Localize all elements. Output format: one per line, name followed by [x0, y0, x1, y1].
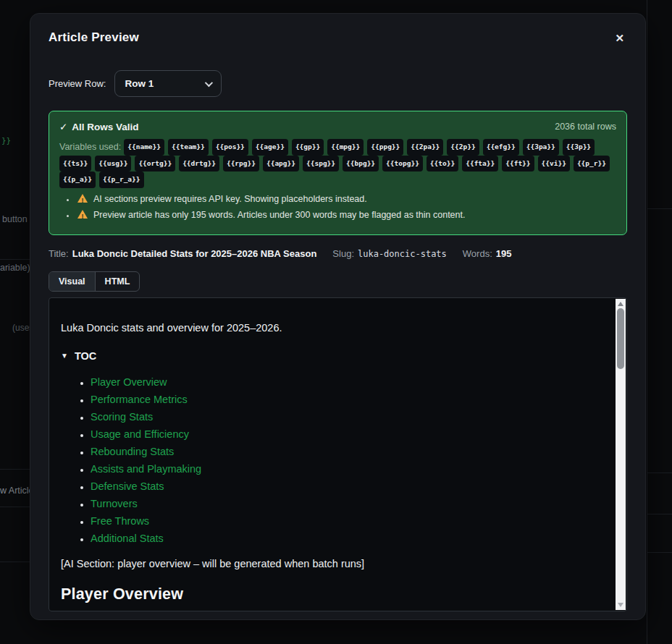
- divider-line: [0, 562, 30, 562]
- variable-chip: {{rpg}}: [223, 156, 259, 172]
- slug-label: Slug:: [332, 248, 354, 259]
- variable-chip: {{ppg}}: [367, 139, 403, 156]
- variable-chip: {{team}}: [168, 139, 209, 156]
- toc-link[interactable]: Turnovers: [91, 498, 138, 509]
- variable-chip: {{mpg}}: [327, 139, 364, 156]
- toc-link[interactable]: Additional Stats: [91, 533, 164, 544]
- divider-line: [647, 0, 647, 644]
- list-item: Rebounding Stats: [91, 443, 602, 460]
- validation-header: ✓All Rows Valid 2036 total rows: [59, 120, 616, 133]
- word-count: 195: [496, 248, 512, 259]
- toc-link[interactable]: Scoring Stats: [91, 411, 153, 423]
- preview-row-select[interactable]: Row 1: [114, 70, 222, 97]
- variable-chip: {{age}}: [252, 139, 288, 156]
- modal-header: Article Preview ✕: [49, 30, 627, 46]
- variable-chip: {{efg}}: [483, 139, 519, 156]
- variables-used: Variables used:{{name}}{{team}}{{pos}}{{…: [59, 139, 616, 188]
- variable-chip: {{to}}: [427, 156, 458, 172]
- variable-chip: {{vi}}: [538, 156, 570, 172]
- modal-title: Article Preview: [49, 30, 139, 45]
- variable-chip: {{usg}}: [95, 156, 131, 172]
- list-item: Free Throws: [91, 512, 602, 530]
- background-fragment: w Article: [0, 486, 34, 496]
- variable-chip: {{fta}}: [462, 156, 498, 172]
- warning-text: Preview article has only 195 words. Arti…: [93, 210, 465, 220]
- warning-item: Preview article has only 195 words. Arti…: [76, 210, 616, 221]
- caret-down-icon: ▼: [61, 352, 68, 360]
- variable-chip: {{apg}}: [263, 156, 299, 172]
- variable-chip: {{drtg}}: [179, 156, 219, 172]
- divider-line: [0, 507, 30, 507]
- variable-chip: {{2pa}}: [407, 139, 443, 156]
- variable-chip: {{2p}}: [447, 139, 479, 156]
- ai-section-placeholder: [AI Section: player overview – will be g…: [61, 558, 602, 569]
- toc-link[interactable]: Player Overview: [91, 376, 167, 388]
- chevron-down-icon: [205, 78, 213, 86]
- list-item: Player Overview: [91, 373, 602, 391]
- toc-link[interactable]: Assists and Playmaking: [91, 463, 201, 475]
- variable-chip: {{p_r_a}}: [99, 171, 143, 188]
- divider-line: [647, 208, 672, 209]
- warning-item: AI sections preview requires API key. Sh…: [76, 194, 616, 205]
- divider-line: [0, 259, 30, 260]
- validation-status-text: All Rows Valid: [72, 122, 138, 132]
- scrollbar-thumb[interactable]: [617, 308, 624, 369]
- title-label: Title:: [49, 248, 69, 259]
- toc-list: Player Overview Performance Metrics Scor…: [61, 373, 602, 547]
- scroll-up-icon[interactable]: [618, 302, 623, 306]
- warning-icon: [77, 210, 88, 219]
- variable-chip: {{spg}}: [303, 156, 339, 172]
- preview-mode-tabs: Visual HTML: [49, 271, 140, 292]
- validation-status: ✓All Rows Valid: [59, 121, 139, 132]
- tab-visual[interactable]: Visual: [49, 272, 95, 291]
- toc-link[interactable]: Free Throws: [91, 515, 149, 527]
- list-item: Turnovers: [91, 495, 602, 512]
- list-item: Additional Stats: [91, 530, 602, 547]
- variable-chip: {{topg}}: [382, 156, 423, 172]
- words-label: Words:: [463, 248, 492, 259]
- toc-link[interactable]: Defensive Stats: [91, 480, 164, 492]
- variable-chip: {{ts}}: [59, 156, 91, 172]
- variables-label: Variables used:: [59, 142, 121, 152]
- variable-chip: {{gp}}: [292, 139, 324, 156]
- variable-chip: {{3p}}: [563, 139, 595, 156]
- variable-chip: {{ortg}}: [135, 156, 175, 172]
- validation-panel: ✓All Rows Valid 2036 total rows Variable…: [49, 111, 627, 235]
- toc-label: TOC: [75, 350, 96, 362]
- list-item: Scoring Stats: [91, 408, 602, 425]
- divider-line: [647, 514, 672, 514]
- variable-chip: {{p_r}}: [574, 156, 610, 172]
- check-icon: ✓: [59, 122, 67, 132]
- toc-toggle[interactable]: ▼ TOC: [61, 350, 602, 362]
- close-icon[interactable]: ✕: [612, 31, 627, 45]
- tab-html[interactable]: HTML: [95, 272, 140, 291]
- article-preview-modal: Article Preview ✕ Preview Row: Row 1 ✓Al…: [30, 13, 646, 620]
- list-item: Performance Metrics: [91, 391, 602, 408]
- background-fragment: button: [2, 214, 28, 224]
- scroll-down-icon[interactable]: [618, 603, 623, 607]
- warning-list: AI sections preview requires API key. Sh…: [64, 194, 616, 221]
- divider-line: [0, 469, 30, 470]
- variable-chip: {{bpg}}: [343, 156, 379, 172]
- list-item: Defensive Stats: [91, 478, 602, 495]
- variable-chip: {{p_a}}: [59, 171, 96, 188]
- selected-row: Row 1: [125, 78, 154, 89]
- article-meta: Title: Luka Doncic Detailed Stats for 20…: [49, 248, 627, 259]
- toc-link[interactable]: Performance Metrics: [91, 394, 188, 405]
- article-title: Luka Doncic Detailed Stats for 2025–2026…: [72, 248, 317, 259]
- list-item: Assists and Playmaking: [91, 460, 602, 478]
- scrollbar[interactable]: [616, 299, 626, 610]
- divider-line: [647, 552, 672, 553]
- toc-link[interactable]: Rebounding Stats: [91, 446, 174, 457]
- background-fragment: }}: [1, 136, 11, 145]
- article-intro: Luka Doncic stats and overview for 2025–…: [61, 322, 602, 334]
- section-heading: Player Overview: [61, 585, 602, 603]
- list-item: Usage and Efficiency: [91, 425, 602, 443]
- article-preview-pane: Luka Doncic stats and overview for 2025–…: [49, 297, 627, 611]
- variable-chip: {{name}}: [124, 139, 164, 156]
- total-rows-count: 2036 total rows: [555, 122, 616, 132]
- variable-chip: {{pos}}: [212, 139, 248, 156]
- variable-chip: {{ft}}: [502, 156, 534, 172]
- toc-link[interactable]: Usage and Efficiency: [91, 428, 189, 440]
- background-fragment: ariable): [0, 263, 30, 273]
